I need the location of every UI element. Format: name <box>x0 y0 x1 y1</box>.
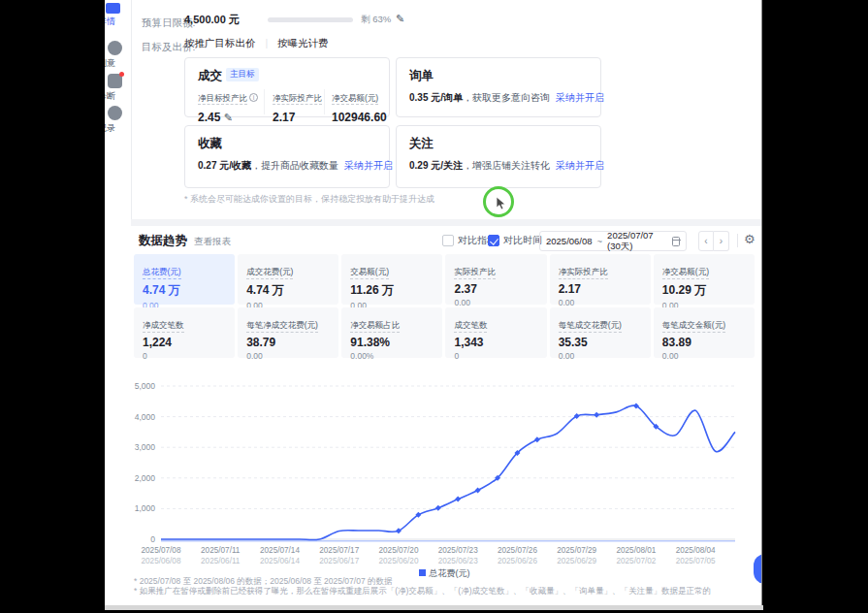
window-bottom-edge <box>105 605 763 610</box>
metric-card-gmv[interactable]: 交易额(元) 11.26 万 0.00 <box>341 254 442 305</box>
svg-text:2025/06/08: 2025/06/08 <box>142 557 181 565</box>
svg-text:2025/07/02: 2025/07/02 <box>616 557 656 565</box>
compare-time-checkbox[interactable] <box>488 235 499 246</box>
goal-card-follow: 关注 0.29 元/关注，增强店铺关注转化采纳并开启 <box>396 125 601 188</box>
svg-text:0: 0 <box>150 534 155 544</box>
budget-progress-bar <box>268 17 353 22</box>
compare-time-toggle[interactable]: 对比时间 <box>488 234 542 247</box>
legend-swatch <box>419 569 426 576</box>
svg-text:2025/07/29: 2025/07/29 <box>557 546 596 555</box>
metric-grid: 总花费(元) 4.74 万 0.00 成交花费(元) 4.74 万 0.00 交… <box>134 254 755 358</box>
stat-net-target-roi: 净目标投产比i 2.45 ✎ <box>198 87 258 124</box>
svg-text:2025/07/11: 2025/07/11 <box>201 546 241 555</box>
info-icon[interactable]: i <box>249 93 258 102</box>
svg-text:2025/07/17: 2025/07/17 <box>319 546 359 555</box>
section-divider <box>131 219 762 226</box>
svg-text:2025/06/23: 2025/06/23 <box>438 557 478 565</box>
svg-text:2,000: 2,000 <box>135 473 156 483</box>
bulb-icon <box>108 41 122 55</box>
goal-card-title: 询单 <box>409 68 434 84</box>
metric-card-net-roi[interactable]: 净实际投产比 2.17 0.00 <box>550 254 651 305</box>
sidebar-item-label: 记录 <box>105 122 115 135</box>
svg-text:2025/06/17: 2025/06/17 <box>319 557 359 565</box>
camera-icon <box>108 74 122 88</box>
date-range-picker[interactable]: 2025/06/08 ~ 2025/07/07 (30天) <box>539 231 687 251</box>
metric-card-net-gmv[interactable]: 净交易额(元) 10.29 万 0.00 <box>654 254 755 305</box>
date-end[interactable]: 2025/07/07 (30天) <box>607 230 666 253</box>
adopt-and-enable-link[interactable]: 采纳并开启 <box>556 160 604 171</box>
svg-text:2025/07/23: 2025/07/23 <box>438 546 478 555</box>
stat-net-actual-roi: 净实际投产比 2.17 <box>273 87 322 124</box>
notification-dot <box>119 72 124 77</box>
prev-period-button[interactable]: ‹ <box>698 231 714 251</box>
tab-bid-by-impression[interactable]: 按曝光计费 <box>277 37 329 48</box>
app-window: 详情 创意 诊断 记录 预算日限额: 4,500.00 元 剩 63% ✎ 目标… <box>105 0 762 605</box>
sidebar-item-label: 详情 <box>105 16 115 28</box>
svg-text:2025/06/29: 2025/06/29 <box>557 557 596 565</box>
metric-card-cost-per-order[interactable]: 每笔成交花费(元) 35.35 0.00 <box>550 307 651 358</box>
goal-card-deal: 成交 主目标 净目标投产比i 2.45 ✎ 净实际投产比 2.17 净交易额(元… <box>184 57 390 117</box>
svg-text:2025/06/11: 2025/06/11 <box>201 557 241 565</box>
tab-bid-by-goal[interactable]: 按推广目标出价 <box>184 37 256 48</box>
tab-separator: | <box>265 37 268 48</box>
goal-card-inquiry: 询单 0.35 元/询单，获取更多意向咨询采纳并开启 <box>396 57 601 117</box>
goal-card-favorite: 收藏 0.27 元/收藏，提升商品收藏数量采纳并开启 <box>184 125 390 188</box>
stat-divider <box>324 89 325 114</box>
budget-remaining: 剩 63% <box>361 14 391 26</box>
svg-text:2025/08/01: 2025/08/01 <box>616 546 656 555</box>
date-start[interactable]: 2025/06/08 <box>546 236 593 246</box>
daily-budget-row: 预算日限额: 4,500.00 元 剩 63% ✎ <box>142 13 743 28</box>
svg-text:1,000: 1,000 <box>135 503 156 513</box>
metric-card-roi[interactable]: 实际投产比 2.37 0.00 <box>445 254 546 305</box>
svg-text:5,000: 5,000 <box>135 381 156 391</box>
detail-active-icon <box>106 3 120 14</box>
svg-text:4,000: 4,000 <box>135 412 156 422</box>
metric-card-net-cost-per-order[interactable]: 每笔净成交花费(元) 38.79 0.00 <box>238 307 338 358</box>
budget-value: 4,500.00 元 <box>184 13 240 27</box>
metric-card-amount-per-order[interactable]: 每笔成交金额(元) 83.89 0.00 <box>654 307 755 358</box>
trend-chart: 01,0002,0003,0004,0005,0002025/07/082025… <box>132 374 756 576</box>
metric-card-orders[interactable]: 成交笔数 1,343 0 <box>445 307 546 358</box>
calendar-icon <box>672 237 680 246</box>
adopt-and-enable-link[interactable]: 采纳并开启 <box>556 92 604 103</box>
legend-label: 总花费(元) <box>430 568 470 578</box>
goal-note: * 系统会尽可能达成你设置的目标，保持稳定投放有助于提升达成 <box>184 193 434 206</box>
sidebar-item-label: 创意 <box>105 57 115 70</box>
cursor-arrow-icon <box>496 196 507 210</box>
header-separator <box>737 234 738 247</box>
metric-card-net-orders[interactable]: 净成交笔数 1,224 0 <box>134 307 235 358</box>
edit-target-roi-icon[interactable]: ✎ <box>224 112 233 123</box>
trend-chart-area: 01,0002,0003,0004,0005,0002025/07/082025… <box>132 374 756 576</box>
goal-card-title: 关注 <box>409 136 434 152</box>
goal-card-title: 成交 <box>198 68 222 84</box>
metric-card-total-spend[interactable]: 总花费(元) 4.74 万 0.00 <box>134 254 235 305</box>
chart-footnote-2: * 如果推广在暂停或删除前已经获得了曝光，那么在暂停或重建后展示「(净)交易额」… <box>134 586 711 597</box>
svg-text:2025/07/14: 2025/07/14 <box>260 546 300 555</box>
stat-divider <box>264 89 265 114</box>
svg-text:3,000: 3,000 <box>135 442 156 452</box>
svg-text:2025/07/05: 2025/07/05 <box>676 557 716 565</box>
view-report-link[interactable]: 查看报表 <box>194 236 231 248</box>
svg-text:2025/06/14: 2025/06/14 <box>260 557 300 565</box>
svg-text:2025/06/20: 2025/06/20 <box>378 557 418 565</box>
clock-icon <box>108 106 122 120</box>
next-period-button[interactable]: › <box>714 231 729 251</box>
goal-card-title: 收藏 <box>198 136 222 152</box>
compare-metric-checkbox[interactable] <box>442 235 454 246</box>
svg-text:2025/06/26: 2025/06/26 <box>498 557 537 565</box>
svg-text:2025/07/08: 2025/07/08 <box>142 546 181 555</box>
gear-icon[interactable]: ⚙ <box>744 232 755 246</box>
adopt-and-enable-link[interactable]: 采纳并开启 <box>344 160 393 171</box>
metric-card-net-gmv-ratio[interactable]: 净交易额占比 91.38% 0.00% <box>341 307 442 358</box>
metric-card-deal-spend[interactable]: 成交花费(元) 4.74 万 0.00 <box>238 254 338 305</box>
stat-net-gmv: 净交易额(元) 102946.60 <box>332 87 387 124</box>
svg-text:2025/07/20: 2025/07/20 <box>378 546 418 555</box>
sidebar-item-label: 诊断 <box>105 90 115 103</box>
sidebar-divider <box>131 0 132 225</box>
trends-section-title: 数据趋势 <box>139 233 187 249</box>
svg-text:2025/08/04: 2025/08/04 <box>676 546 716 555</box>
svg-text:2025/07/26: 2025/07/26 <box>498 546 537 555</box>
primary-goal-badge: 主目标 <box>226 68 259 81</box>
edit-budget-icon[interactable]: ✎ <box>396 13 404 25</box>
goal-bid-row: 目标及出价: 按推广目标出价 | 按曝光计费 <box>142 37 743 52</box>
